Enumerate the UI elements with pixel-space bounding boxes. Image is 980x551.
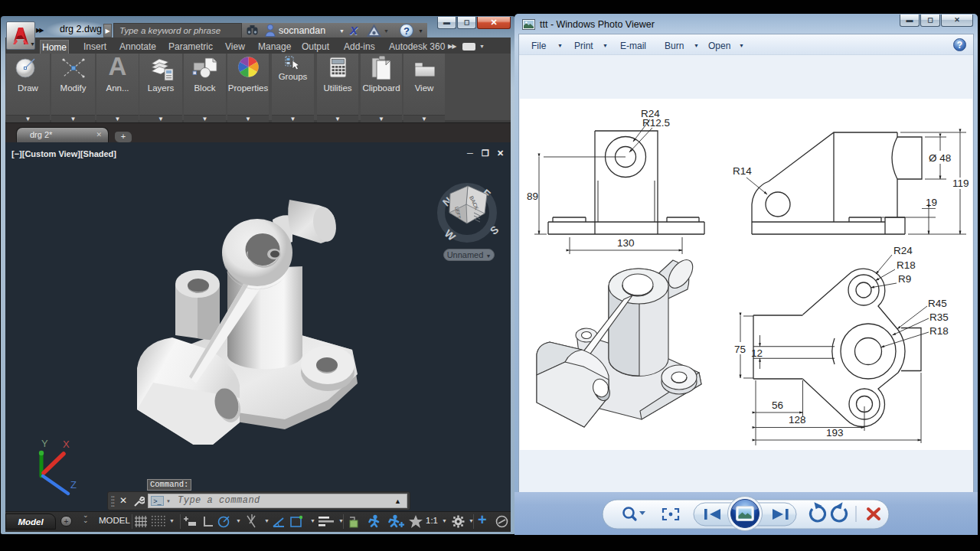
svg-text:128: 128	[789, 414, 806, 425]
svg-text:75: 75	[734, 344, 746, 355]
svg-text:19: 19	[926, 197, 937, 208]
svg-text:130: 130	[617, 237, 635, 249]
svg-text:R45: R45	[928, 298, 947, 309]
svg-text:Y: Y	[41, 438, 48, 449]
svg-text:R18: R18	[897, 259, 916, 271]
svg-text:X: X	[63, 439, 70, 450]
svg-text:R14: R14	[733, 165, 752, 177]
svg-text:R18: R18	[929, 325, 949, 337]
svg-text:119: 119	[952, 178, 969, 189]
svg-text:R35: R35	[929, 311, 949, 323]
svg-text:LEFT: LEFT	[454, 206, 462, 219]
svg-text:193: 193	[826, 427, 844, 439]
svg-text:89: 89	[527, 191, 538, 202]
svg-text:Z: Z	[70, 479, 77, 491]
svg-text:S: S	[488, 223, 501, 236]
svg-text:R9: R9	[898, 273, 911, 285]
svg-text:R12.5: R12.5	[642, 117, 670, 129]
svg-text:56: 56	[772, 399, 783, 411]
svg-text:Ø 48: Ø 48	[929, 152, 951, 164]
svg-text:12: 12	[751, 347, 763, 359]
svg-text:R24: R24	[893, 245, 913, 256]
